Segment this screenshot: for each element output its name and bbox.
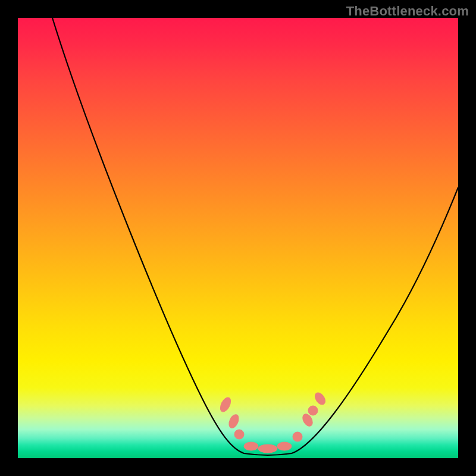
marker <box>227 413 241 430</box>
marker <box>258 444 277 453</box>
markers-group <box>218 391 327 453</box>
curve-floor <box>244 453 292 455</box>
marker <box>293 432 302 441</box>
marker <box>308 406 318 415</box>
curve-left <box>52 18 244 453</box>
marker <box>218 396 233 414</box>
watermark-text: TheBottleneck.com <box>346 4 469 19</box>
marker <box>277 442 292 450</box>
marker <box>244 442 258 450</box>
chart-frame: TheBottleneck.com <box>0 0 476 476</box>
chart-svg <box>18 18 458 458</box>
marker <box>234 430 244 439</box>
plot-area <box>18 18 458 458</box>
marker <box>313 391 327 406</box>
